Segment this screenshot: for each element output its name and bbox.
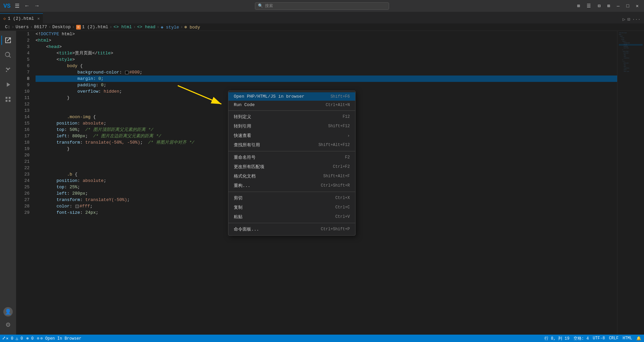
maximize-button[interactable]: □	[624, 3, 631, 9]
status-encoding[interactable]: UTF-8	[593, 336, 605, 341]
menu-item-open-browser[interactable]: Open PHP/HTML/JS in browser Shift+F6	[228, 92, 355, 101]
search-placeholder: 搜索	[265, 3, 273, 9]
menu-separator-3	[228, 192, 355, 192]
status-errors: ✕ 0 △ 0	[6, 336, 23, 341]
status-remote-label: ⊕ 0	[26, 336, 34, 341]
breadcrumb-c[interactable]: C:	[5, 25, 10, 30]
open-browser-label: ⊙ Open In Browser	[40, 336, 81, 341]
line-numbers: 1 2 3 4 5 6 7 8 9 10 11 12 13 14 15 16 1…	[16, 31, 33, 335]
editor-tab-active[interactable]: ◇ 1 (2).html ✕	[0, 13, 43, 23]
menu-item-find-all-refs[interactable]: 查找所有引用 Shift+Alt+F12	[228, 140, 355, 150]
menu-item-rename[interactable]: 重命名符号 F2	[228, 153, 355, 162]
status-language[interactable]: HTML	[623, 336, 632, 341]
account-icon[interactable]: 👤	[3, 307, 13, 316]
status-branch[interactable]: ⑇ ✕ 0 △ 0	[3, 336, 23, 341]
menu-item-change-all[interactable]: 更改所有匹配项 Ctrl+F2	[228, 162, 355, 172]
vscode-logo-icon: VS	[3, 3, 11, 9]
tab-file-icon: ◇	[3, 16, 6, 21]
svg-point-1	[6, 71, 7, 72]
breadcrumb-html-tag[interactable]: <> html	[113, 25, 132, 30]
minimize-button[interactable]: —	[615, 3, 622, 9]
minimap: !DOCTYPE html html head title style body…	[617, 31, 644, 335]
activity-extensions-icon[interactable]	[1, 93, 15, 106]
title-nav: ← →	[23, 2, 41, 10]
activity-search-icon[interactable]	[1, 48, 15, 62]
minimap-content: !DOCTYPE html html head title style body…	[618, 31, 644, 335]
menu-item-copy[interactable]: 复制 Ctrl+C	[228, 203, 355, 212]
breadcrumb-html-icon: ◇	[76, 25, 81, 30]
title-bar-left: VS ☰ ← →	[3, 2, 41, 10]
svg-point-2	[9, 68, 10, 69]
open-browser-icon: ⊙	[37, 336, 39, 341]
code-line-7: background-color: #000;	[36, 69, 617, 76]
code-line-5: <style>	[36, 56, 617, 63]
breadcrumb-users[interactable]: Users	[15, 25, 29, 30]
tab-bar: ◇ 1 (2).html ✕ ▷ ⊡ ···	[0, 12, 644, 23]
submenu-arrow-icon: ›	[347, 133, 350, 138]
menu-item-goto-def[interactable]: 转到定义 F12	[228, 112, 355, 121]
status-bar-right: 行 8, 列 19 空格: 4 UTF-8 CRLF HTML 🔔	[544, 336, 641, 341]
more-actions-button[interactable]: ···	[632, 17, 641, 22]
status-spaces[interactable]: 空格: 4	[574, 336, 589, 341]
breadcrumb-86177[interactable]: 86177	[34, 25, 47, 30]
search-bar[interactable]: 🔍 搜索	[255, 2, 389, 10]
code-line-9: padding: 0;	[36, 82, 617, 88]
status-row-col[interactable]: 行 8, 列 19	[544, 336, 569, 341]
code-line-2: <html>	[36, 37, 617, 44]
breadcrumb-head-tag[interactable]: <> head	[137, 25, 156, 30]
code-line-3: <head>	[36, 44, 617, 50]
activity-debug-icon[interactable]	[1, 78, 15, 91]
search-icon: 🔍	[258, 3, 263, 8]
menu-separator-2	[228, 151, 355, 151]
menu-item-command-palette[interactable]: 命令面板... Ctrl+Shift+P	[228, 225, 355, 234]
tab-label: 1 (2).html	[8, 16, 34, 21]
menu-item-quick-view[interactable]: 快速查看 ›	[228, 131, 355, 140]
menu-separator-1	[228, 110, 355, 111]
code-line-4: <title>赏月页面</title>	[36, 50, 617, 56]
activity-settings-icon[interactable]: ⚙	[1, 318, 15, 331]
code-line-1: <!DOCTYPE html>	[36, 31, 617, 37]
panels-button[interactable]: ⊞	[575, 2, 582, 9]
activity-bottom: 👤 ⚙	[1, 307, 15, 331]
status-remote[interactable]: ⊕ 0	[26, 336, 34, 341]
nav-back-button[interactable]: ←	[23, 2, 31, 10]
breadcrumb-body-tag[interactable]: ⊛ body	[184, 25, 200, 30]
status-bell[interactable]: 🔔	[636, 336, 641, 341]
panel-toggle-button[interactable]: ⊟	[596, 2, 602, 9]
run-button[interactable]: ▷	[623, 16, 625, 22]
menu-item-paste[interactable]: 粘贴 Ctrl+V	[228, 212, 355, 222]
activity-git-icon[interactable]	[1, 63, 15, 77]
tab-right-actions: ▷ ⊡ ···	[623, 16, 641, 22]
status-open-browser[interactable]: ⊙ ⊙ Open In Browser	[37, 336, 82, 341]
svg-point-0	[6, 68, 7, 69]
menu-item-cut[interactable]: 剪切 Ctrl+X	[228, 193, 355, 203]
code-line-6: body {	[36, 63, 617, 69]
layout-button[interactable]: ⊞	[605, 2, 612, 9]
menu-separator-4	[228, 223, 355, 223]
menu-item-run-code[interactable]: Run Code Ctrl+Alt+N	[228, 101, 355, 109]
breadcrumb-file[interactable]: 1 (2).html	[82, 25, 108, 30]
breadcrumb-desktop[interactable]: Desktop	[52, 25, 71, 30]
context-menu: Open PHP/HTML/JS in browser Shift+F6 Run…	[228, 91, 356, 236]
breadcrumb-style-tag[interactable]: ◈ style	[161, 25, 179, 30]
tab-close-button[interactable]: ✕	[37, 16, 40, 21]
activity-bar: 👤 ⚙	[0, 31, 16, 335]
menu-item-goto-ref[interactable]: 转到引用 Shift+F12	[228, 121, 355, 131]
status-line-ending[interactable]: CRLF	[609, 336, 619, 341]
status-bar-left: ⑇ ✕ 0 △ 0 ⊕ 0 ⊙ ⊙ Open In Browser	[3, 336, 82, 341]
title-bar: VS ☰ ← → 🔍 搜索 ⊞ ☰ ⊟ ⊞ — □ ✕	[0, 0, 644, 12]
title-bar-right: ⊞ ☰ ⊟ ⊞ — □ ✕	[575, 2, 641, 9]
menu-item-refactor[interactable]: 重构... Ctrl+Shift+R	[228, 181, 355, 190]
sidebar-toggle-button[interactable]: ☰	[585, 2, 593, 9]
breadcrumb: C: › Users › 86177 › Desktop › ◇ 1 (2).h…	[0, 23, 644, 31]
hamburger-icon[interactable]: ☰	[15, 3, 19, 9]
nav-forward-button[interactable]: →	[33, 2, 41, 10]
split-editor-button[interactable]: ⊡	[627, 16, 630, 22]
menu-item-format[interactable]: 格式化文档 Shift+Alt+F	[228, 172, 355, 181]
code-line-8: margin: 0;	[36, 76, 617, 82]
git-branch-icon: ⑇	[3, 336, 5, 341]
activity-explorer-icon[interactable]	[1, 34, 15, 47]
close-button[interactable]: ✕	[634, 2, 641, 9]
status-bar: ⑇ ✕ 0 △ 0 ⊕ 0 ⊙ ⊙ Open In Browser 行 8, 列…	[0, 335, 644, 342]
